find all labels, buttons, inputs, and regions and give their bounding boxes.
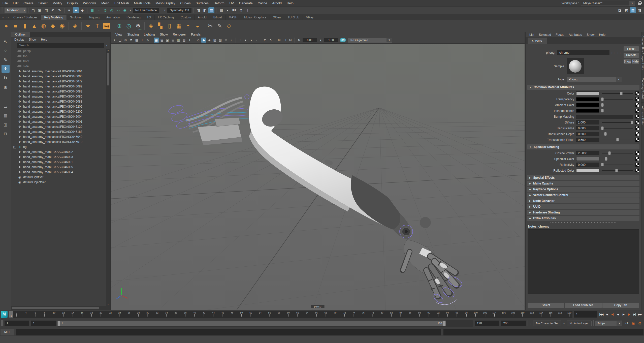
play-backwards-button[interactable]: ◀: [615, 311, 621, 318]
gate-mask-button[interactable]: ▣: [170, 38, 176, 43]
color-management-toggle[interactable]: ON: [340, 38, 346, 42]
section-specular-shading[interactable]: ▼Specular Shading: [527, 144, 639, 149]
map-button[interactable]: [635, 120, 639, 124]
map-field[interactable]: [576, 115, 633, 119]
poly-cylinder[interactable]: ▮: [21, 21, 29, 31]
isolate-select-button[interactable]: ▫: [254, 38, 259, 43]
play-forwards-button[interactable]: ▶: [621, 311, 626, 318]
outliner-item-hand-anatomy-manfbxasc046004[interactable]: ❖hand_anatomy_manFBXASC046004: [11, 170, 110, 175]
outliner-item-hand-anatomy-mechanicalfbxasc046064[interactable]: ❖hand_anatomy_mechanicalFBXASC046064: [11, 69, 110, 74]
svg-tool[interactable]: svg: [103, 23, 110, 29]
shelf-options-icon[interactable]: ▭: [6, 15, 10, 19]
outliner-item-hand-anatomy-mechanicalfbxasc046066[interactable]: ❖hand_anatomy_mechanicalFBXASC046066: [11, 74, 110, 79]
map-button[interactable]: [635, 163, 639, 167]
notes-splitter[interactable]: [526, 221, 641, 224]
animation-end-field[interactable]: [501, 321, 526, 326]
slider-knob[interactable]: [601, 127, 603, 130]
slider-knob[interactable]: [601, 103, 603, 107]
sweep-mesh[interactable]: ★: [84, 21, 92, 31]
paint-selection-tool[interactable]: ✎: [2, 56, 10, 64]
playback-end-field[interactable]: [475, 321, 499, 326]
slider-knob[interactable]: [615, 169, 618, 172]
snap-to-point-button[interactable]: ⊙: [102, 7, 108, 13]
type-tool[interactable]: T: [93, 21, 102, 31]
menu-cache[interactable]: Cache: [255, 0, 270, 6]
persp-outliner-layout[interactable]: ◫: [2, 121, 10, 129]
chevron-down-icon[interactable]: ▽: [563, 322, 565, 325]
section-extra-attributes[interactable]: ▶Extra Attributes: [527, 216, 639, 221]
attribute-slider[interactable]: [602, 157, 633, 161]
attribute-slider[interactable]: [602, 91, 633, 95]
clip-button[interactable]: ⊠: [288, 38, 293, 43]
playback-start-field[interactable]: [5, 321, 29, 326]
attribute-slider[interactable]: [602, 126, 633, 130]
combine[interactable]: ◈: [147, 21, 155, 31]
smooth[interactable]: ▦: [175, 21, 183, 31]
command-language-toggle[interactable]: MEL: [1, 329, 14, 335]
safe-action-button[interactable]: ▥: [181, 38, 187, 43]
outliner-horizontal-scrollbar[interactable]: [11, 306, 110, 310]
menu-generate[interactable]: Generate: [237, 0, 255, 6]
render-settings-button[interactable]: ⚙: [238, 7, 244, 13]
slider-knob[interactable]: [608, 151, 611, 155]
scroll-down-icon[interactable]: ▼: [106, 303, 110, 306]
menu-surfaces[interactable]: Surfaces: [193, 0, 211, 6]
current-frame-marker[interactable]: 1: [9, 311, 13, 318]
shelf-tab-motion-graphics[interactable]: Motion Graphics: [241, 15, 270, 20]
chevron-down-icon[interactable]: ▼: [128, 9, 132, 12]
channel-box-toggle[interactable]: ▥: [630, 7, 636, 13]
menu-edit-mesh[interactable]: Edit Mesh: [112, 0, 132, 6]
chevron-down-icon[interactable]: ▼: [163, 9, 167, 12]
menu-file[interactable]: File: [0, 0, 10, 6]
sidebar-tab-attribute-editor[interactable]: Attribute Editor: [641, 103, 644, 129]
menu-curves[interactable]: Curves: [178, 0, 193, 6]
step-back-key-button[interactable]: ◀|: [610, 311, 615, 318]
textured-mode-button[interactable]: ▧: [212, 38, 217, 43]
map-button[interactable]: [635, 91, 639, 95]
map-button[interactable]: [635, 151, 639, 155]
render-current-frame-button[interactable]: ◐: [225, 7, 231, 13]
field-chart-button[interactable]: ◫: [176, 38, 181, 43]
workspace-lock-icon[interactable]: [638, 1, 641, 5]
shelf-tab-mash[interactable]: MASH: [226, 15, 241, 20]
quad-draw[interactable]: ✎: [215, 21, 224, 31]
viewport-canvas[interactable]: persp: [111, 44, 525, 310]
map-button[interactable]: [635, 109, 639, 113]
shelf-tab-rigging[interactable]: Rigging: [86, 15, 103, 20]
outliner-title[interactable]: Outliner: [11, 32, 30, 37]
outliner-item-hand-anatomy-manfbxasc046005[interactable]: ❖hand_anatomy_manFBXASC046005: [11, 165, 110, 170]
viewport-menu-lighting[interactable]: Lighting: [141, 33, 157, 36]
fps-dropdown[interactable]: 24 fps ▼: [595, 321, 622, 326]
map-button[interactable]: [635, 132, 639, 136]
animation-preferences-icon[interactable]: ⚙: [637, 321, 643, 326]
ae-menu-show[interactable]: Show: [584, 33, 597, 37]
attribute-slider[interactable]: [602, 151, 633, 155]
ae-menu-list[interactable]: List: [527, 33, 536, 37]
exposure-refresh-icon[interactable]: ↻: [296, 38, 302, 43]
duplicate-special[interactable]: ▯: [165, 21, 174, 31]
snap-to-projected-center-button[interactable]: ◎: [109, 7, 115, 13]
menu-edit[interactable]: Edit: [10, 0, 21, 6]
boolean-difference[interactable]: ◒: [193, 21, 202, 31]
color-swatch[interactable]: [576, 97, 599, 101]
outliner-item-hand-anatomy-mechanicalfbxasc046188[interactable]: ❖hand_anatomy_mechanicalFBXASC046188: [11, 129, 110, 134]
slider-knob[interactable]: [620, 92, 622, 95]
outliner-item-hand-anatomy-mechanicalfbxasc046088[interactable]: ❖hand_anatomy_mechanicalFBXASC046088: [11, 99, 110, 104]
presets-button[interactable]: Presets: [624, 53, 639, 58]
menuset-dropdown[interactable]: Modeling ▼: [5, 8, 26, 13]
ae-menu-focus[interactable]: Focus: [553, 33, 566, 37]
focus-button[interactable]: Focus: [624, 46, 639, 51]
attribute-slider[interactable]: [602, 163, 633, 167]
freeze-transformations[interactable]: ❄0,0,0: [134, 21, 142, 31]
poly-torus[interactable]: ◍: [39, 21, 48, 31]
color-swatch[interactable]: [576, 109, 599, 113]
go-to-end-button[interactable]: ▶▶|: [637, 311, 643, 318]
shelf-tab-animation[interactable]: Animation: [103, 15, 123, 20]
persp-graph-layout[interactable]: ⊟: [2, 130, 10, 138]
grid-toggle-button[interactable]: ▦: [154, 38, 159, 43]
outliner-item-hand-anatomy-mechanicalfbxasc046083[interactable]: ❖hand_anatomy_mechanicalFBXASC046083: [11, 89, 110, 94]
viewport-menu-show[interactable]: Show: [157, 33, 170, 36]
section-node-behavior[interactable]: ▶Node Behavior: [527, 198, 639, 203]
color-swatch[interactable]: [576, 103, 599, 107]
viewport-menu-shading[interactable]: Shading: [125, 33, 141, 36]
